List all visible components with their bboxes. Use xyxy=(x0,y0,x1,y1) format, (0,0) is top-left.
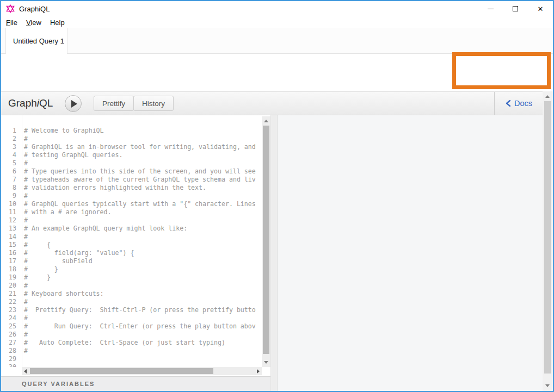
code-line[interactable]: 22 # xyxy=(1,298,262,306)
graphiql-wordmark: GraphiQL xyxy=(8,97,53,109)
editor-hscroll-thumb[interactable] xyxy=(30,368,213,374)
window-vscroll-thumb[interactable] xyxy=(544,101,551,374)
menu-item[interactable]: Help xyxy=(46,18,69,27)
run-query-button[interactable] xyxy=(65,95,82,112)
chevron-left-icon xyxy=(505,99,511,107)
line-number: 4 xyxy=(1,151,16,159)
scroll-up-icon[interactable] xyxy=(545,95,550,98)
minimize-button[interactable] xyxy=(478,1,503,16)
code-line[interactable]: 1 # Welcome to GraphiQL xyxy=(1,127,262,135)
code-line[interactable]: 6 # Type queries into this side of the s… xyxy=(1,167,262,176)
maximize-icon xyxy=(513,6,518,11)
scroll-down-icon[interactable] xyxy=(264,361,268,364)
line-number: 18 xyxy=(1,265,16,273)
line-number: 6 xyxy=(1,167,16,176)
code-line[interactable]: 30 xyxy=(1,363,262,367)
code-line[interactable]: 16 # field(arg: "value") { xyxy=(1,249,262,257)
code-line[interactable]: 24 # xyxy=(1,314,262,322)
query-editor-pane: 1 # Welcome to GraphiQL 2 # 3 # GraphiQL… xyxy=(1,115,270,376)
line-text: # validation errors highlighted within t… xyxy=(16,184,206,192)
line-number: 17 xyxy=(1,257,16,265)
menu-bar: FileViewHelp xyxy=(1,16,553,28)
code-line[interactable]: 28 # xyxy=(1,347,262,355)
code-line[interactable]: 13 # An example GraphQL query might look… xyxy=(1,225,262,233)
menu-accel-letter: F xyxy=(6,18,10,27)
code-line[interactable]: 10 # GraphQL queries typically start wit… xyxy=(1,200,262,208)
code-line[interactable]: 18 # } xyxy=(1,265,262,273)
pane-divider-handle[interactable] xyxy=(270,115,278,391)
maximize-button[interactable] xyxy=(503,1,528,16)
window-controls: ✕ xyxy=(478,1,553,16)
code-line[interactable]: 5 # xyxy=(1,159,262,167)
editor-horizontal-scrollbar[interactable] xyxy=(22,367,262,375)
editor-vertical-scrollbar[interactable] xyxy=(262,116,270,367)
code-line[interactable]: 2 # xyxy=(1,135,262,143)
scroll-left-icon[interactable] xyxy=(24,369,27,374)
scroll-right-icon[interactable] xyxy=(257,369,260,374)
graphiql-logo-icon xyxy=(6,4,15,13)
tab-label: Untitled Query 1 xyxy=(13,37,64,45)
line-text: # subField xyxy=(16,257,93,265)
graphiql-window: GraphiQL ✕ FileViewHelp Untitled Query 1… xyxy=(0,0,554,392)
code-line[interactable]: 7 # typeaheads aware of the current Grap… xyxy=(1,176,262,184)
code-line[interactable]: 26 # xyxy=(1,331,262,339)
query-variables-bar[interactable]: QUERY VARIABLES xyxy=(1,376,270,391)
line-number: 8 xyxy=(1,184,16,192)
line-number: 13 xyxy=(1,225,16,233)
line-text: # An example GraphQL query might look li… xyxy=(16,225,187,233)
window-title: GraphiQL xyxy=(19,5,50,13)
line-number: 11 xyxy=(1,208,16,216)
line-number: 28 xyxy=(1,347,16,355)
code-line[interactable]: 25 # Run Query: Ctrl-Enter (or press the… xyxy=(1,322,262,331)
query-editor[interactable]: 1 # Welcome to GraphiQL 2 # 3 # GraphiQL… xyxy=(1,115,262,367)
graphiql-toolbar: GraphiQL Prettify History Docs xyxy=(1,91,543,115)
close-button[interactable]: ✕ xyxy=(528,1,553,16)
code-line[interactable]: 20 # xyxy=(1,282,262,290)
code-line[interactable]: 4 # testing GraphQL queries. xyxy=(1,151,262,159)
code-line[interactable]: 19 # } xyxy=(1,273,262,282)
line-number: 12 xyxy=(1,216,16,225)
line-text: # xyxy=(16,298,28,306)
history-button[interactable]: History xyxy=(133,96,174,111)
code-line[interactable]: 11 # with a # are ignored. xyxy=(1,208,262,216)
menu-item[interactable]: View xyxy=(22,18,46,27)
endpoint-row: GraphQL Endpoint Method POST Edit HTTP H… xyxy=(1,54,553,91)
code-line[interactable]: 12 # xyxy=(1,216,262,225)
menu-item-label: iew xyxy=(30,18,41,27)
line-text: # xyxy=(16,135,28,143)
scrollbar-corner xyxy=(262,367,270,375)
line-text: # } xyxy=(16,273,51,282)
editor-vscroll-thumb[interactable] xyxy=(263,126,269,354)
tab-untitled-query-1[interactable]: Untitled Query 1 xyxy=(5,28,67,54)
code-line[interactable]: 14 # xyxy=(1,233,262,241)
code-line[interactable]: 3 # GraphiQL is an in-browser tool for w… xyxy=(1,143,262,151)
line-number: 2 xyxy=(1,135,16,143)
menu-item[interactable]: File xyxy=(1,18,22,27)
line-number: 23 xyxy=(1,306,16,314)
line-text: # Type queries into this side of the scr… xyxy=(16,167,256,176)
scroll-down-icon[interactable] xyxy=(545,384,550,387)
line-text: # xyxy=(16,347,28,355)
line-text xyxy=(16,363,24,367)
line-number: 25 xyxy=(1,322,16,331)
line-text: # typeaheads aware of the current GraphQ… xyxy=(16,176,256,184)
prettify-button[interactable]: Prettify xyxy=(94,96,134,111)
tab-strip: Untitled Query 1 xyxy=(1,28,553,54)
line-text: # xyxy=(16,216,28,225)
line-text: # GraphQL queries typically start with a… xyxy=(16,200,256,208)
line-text: # xyxy=(16,282,28,290)
code-line[interactable]: 27 # Auto Complete: Ctrl-Space (or just … xyxy=(1,339,262,347)
code-line[interactable]: 15 # { xyxy=(1,241,262,249)
line-number: 7 xyxy=(1,176,16,184)
code-line[interactable]: 8 # validation errors highlighted within… xyxy=(1,184,262,192)
scroll-up-icon[interactable] xyxy=(264,120,268,122)
code-line[interactable]: 23 # Prettify Query: Shift-Ctrl-P (or pr… xyxy=(1,306,262,314)
code-line[interactable]: 9 # xyxy=(1,192,262,200)
code-line[interactable]: 29 xyxy=(1,355,262,363)
code-line[interactable]: 17 # subField xyxy=(1,257,262,265)
line-number: 1 xyxy=(1,127,16,135)
docs-toggle[interactable]: Docs xyxy=(494,92,543,115)
close-icon: ✕ xyxy=(538,5,544,13)
window-vertical-scrollbar[interactable] xyxy=(543,91,553,391)
code-line[interactable]: 21 # Keyboard shortcuts: xyxy=(1,290,262,298)
